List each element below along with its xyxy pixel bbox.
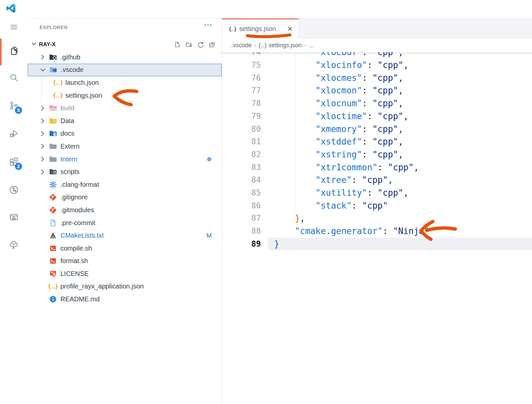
tree-item-settings-json[interactable]: {‥}settings.json (28, 89, 222, 102)
tree-item-label: .gitignore (60, 193, 88, 201)
code-line-83[interactable]: 83 "xtr1common": "cpp", (222, 161, 532, 174)
folder-scripts-icon (49, 168, 57, 176)
code-line-82[interactable]: 82 "xstring": "cpp", (222, 148, 532, 161)
tree-item-cmakelists-txt[interactable]: CMakeLists.txtM (28, 229, 222, 242)
tree-item-gitmodules[interactable]: .gitmodules (28, 204, 222, 217)
chevron-spacer (44, 79, 54, 86)
editor-group: {‥} settings.json ✕ .vscode›{‥}settings.… (222, 18, 532, 404)
tree-item-launch-json[interactable]: {‥}launch.json (28, 76, 222, 89)
chevron-right-icon (39, 155, 49, 163)
tree-item-compile-sh[interactable]: compile.sh (28, 242, 222, 255)
activity-item-source-control[interactable]: 5 (5, 97, 23, 115)
tree-item-profile-rayx-application-json[interactable]: {‥}profile_rayx_application.json (28, 280, 222, 293)
tree-item-extern[interactable]: Extern (28, 140, 222, 153)
tree-item-github[interactable]: .github (28, 51, 222, 64)
close-icon[interactable]: ✕ (286, 24, 294, 33)
chevron-down-icon (39, 66, 49, 74)
folder-data-icon (49, 117, 57, 125)
activity-item-menu[interactable] (5, 19, 23, 37)
code-line-76[interactable]: 76 "xlocmes": "cpp", (222, 71, 532, 84)
activity-item-search[interactable] (5, 70, 23, 87)
tree-item-clang-format[interactable]: .clang-format (28, 178, 222, 191)
todo-tree-icon (9, 240, 19, 251)
code-line-84[interactable]: 84 "xtree": "cpp", (222, 174, 532, 186)
chevron-right-icon (39, 53, 49, 61)
chevron-right-icon (39, 117, 49, 125)
chevron-spacer (39, 244, 49, 252)
shell-icon (49, 244, 57, 252)
chevron-spacer (39, 219, 49, 227)
code-line-75[interactable]: 75 "xlocinfo": "cpp", (222, 59, 532, 72)
code-text: "xlocinfo": "cpp", (261, 60, 408, 70)
chevron-spacer (39, 181, 49, 188)
code-text: "xlocmon": "cpp", (261, 85, 403, 95)
tree-item-label: .clang-format (60, 181, 99, 188)
new-file-icon[interactable] (173, 40, 182, 49)
cmake-icon (49, 231, 57, 240)
code-line-79[interactable]: 79 "xloctime": "cpp", (222, 110, 532, 123)
tree-item-label: settings.json (65, 92, 102, 99)
search-icon (9, 73, 19, 84)
line-number: 76 (222, 73, 261, 83)
tree-item-gitignore[interactable]: .gitignore (28, 191, 222, 204)
code-line-86[interactable]: 86 "stack": "cpp" (222, 199, 532, 212)
activity-item-todo-tree[interactable] (5, 237, 23, 254)
explorer-title: EXPLORER (40, 24, 68, 30)
tree-item-label: profile_rayx_application.json (60, 283, 144, 290)
breadcrumb-label: … (309, 42, 315, 49)
badge: 5 (15, 107, 22, 114)
code-text: "xlocnum": "cpp", (261, 98, 403, 108)
refresh-icon[interactable] (196, 40, 205, 49)
breadcrumb-item[interactable]: … (309, 42, 315, 49)
tree-item-build[interactable]: build (28, 102, 222, 115)
activity-item-extensions[interactable]: 2 (5, 153, 23, 171)
breadcrumb-item[interactable]: {‥}settings.json (259, 42, 301, 49)
activity-item-run-debug[interactable] (5, 125, 23, 143)
code-text: "xlocmes": "cpp", (261, 73, 403, 83)
code-text: "cmake.generator": "Ninja" (261, 226, 429, 236)
line-number: 87 (222, 214, 261, 223)
menu-icon (9, 22, 18, 33)
breadcrumb-separator: › (304, 42, 306, 48)
code-line-78[interactable]: 78 "xlocnum": "cpp", (222, 97, 532, 110)
scroll-shadow (222, 52, 532, 55)
code-line-80[interactable]: 80 "xmemory": "cpp", (222, 122, 532, 135)
json-icon: {‥} (54, 79, 62, 87)
chevron-spacer (44, 91, 54, 99)
tab-settings-json[interactable]: {‥} settings.json ✕ (222, 18, 299, 38)
code-line-89[interactable]: 89} (222, 238, 532, 251)
tree-item-format-sh[interactable]: format.sh (28, 255, 222, 268)
activity-item-cmake-tools[interactable] (5, 209, 23, 227)
tree-item-intern[interactable]: Intern (28, 153, 222, 166)
folder-docs-icon (49, 129, 57, 138)
code-line-81[interactable]: 81 "xstddef": "cpp", (222, 135, 532, 148)
title-bar (0, 0, 532, 18)
collapse-all-icon[interactable] (208, 40, 216, 49)
tree-item-label: .github (60, 53, 80, 61)
explorer-icon (9, 46, 19, 57)
line-number: 80 (222, 124, 261, 134)
tree-item-license[interactable]: LICENSE (28, 267, 222, 280)
json-icon: {‥} (54, 91, 62, 100)
code-line-87[interactable]: 87 }, (222, 212, 532, 225)
code-line-88[interactable]: 88 "cmake.generator": "Ninja" (222, 225, 532, 238)
line-number: 84 (222, 175, 261, 185)
tree-item-scripts[interactable]: scripts (28, 165, 222, 178)
run-debug-icon (9, 128, 19, 140)
tree-item-docs[interactable]: docs (28, 127, 222, 140)
activity-item-explorer[interactable] (5, 42, 23, 60)
tree-item-pre-commit[interactable]: .pre-commit (28, 217, 222, 229)
code-line-77[interactable]: 77 "xlocmon": "cpp", (222, 84, 532, 97)
tree-item-readme-md[interactable]: README.md (28, 293, 222, 306)
chevron-right-icon (39, 142, 49, 150)
more-actions-icon[interactable]: ⋯ (204, 20, 213, 30)
breadcrumb-item[interactable]: .vscode (231, 42, 252, 49)
code-line-85[interactable]: 85 "xutility": "cpp", (222, 186, 532, 199)
tree-item-vscode[interactable]: .vscode (28, 64, 222, 77)
activity-item-gitlens[interactable] (5, 182, 23, 199)
code-editor[interactable]: 74 "xlocbuf": "cpp",75 "xlocinfo": "cpp"… (222, 52, 532, 404)
tab-strip: {‥} settings.json ✕ (222, 18, 532, 38)
new-folder-icon[interactable] (185, 40, 193, 49)
tree-item-data[interactable]: Data (28, 115, 222, 127)
line-number: 83 (222, 163, 261, 172)
